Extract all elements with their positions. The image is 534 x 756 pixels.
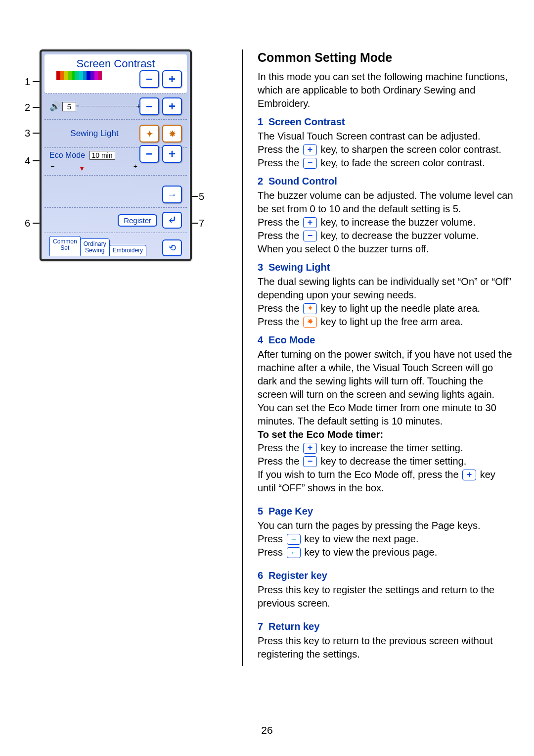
- text: Press: [258, 547, 286, 558]
- section-3-title: 3Sewing Light: [258, 261, 514, 274]
- light-needle-icon: ✦: [303, 303, 317, 314]
- callout-6: 6: [25, 218, 30, 229]
- contrast-plus-button[interactable]: +: [162, 70, 182, 88]
- section-6-body: Press this key to register the settings …: [258, 583, 514, 610]
- tab-ordinary-sewing[interactable]: Ordinary Sewing: [80, 238, 110, 256]
- tab-embroidery[interactable]: Embroidery: [109, 245, 146, 256]
- eco-slider[interactable]: ▼: [55, 167, 133, 168]
- text: After turning on the power switch, if yo…: [258, 349, 512, 400]
- section-title-text: Eco Mode: [268, 334, 315, 345]
- text: The buzzer volume can be adjusted. The v…: [258, 190, 513, 214]
- tab-common-set[interactable]: Common Set: [49, 236, 81, 256]
- section-5-title: 5Page Key: [258, 505, 514, 518]
- tab-row: Common Set Ordinary Sewing Embroidery ⟲: [44, 233, 187, 260]
- section-title-text: Screen Contrast: [268, 116, 345, 127]
- text: When you select 0 the buzzer turns off.: [258, 243, 429, 254]
- text: key, to increase the buzzer volume.: [318, 217, 476, 228]
- text: key to view the previous page.: [302, 547, 438, 558]
- text: key to decrease the timer setting.: [318, 456, 466, 467]
- text: Press the: [258, 157, 302, 168]
- callout-4: 4: [25, 155, 30, 167]
- section-title-text: Return key: [268, 621, 319, 632]
- plus-key-icon: +: [303, 144, 317, 155]
- section-5-body: You can turn the pages by pressing the P…: [258, 519, 514, 559]
- register-button[interactable]: Register: [118, 214, 157, 227]
- section-1-title: 1Screen Contrast: [258, 115, 514, 129]
- eco-marker-icon: ▼: [79, 164, 86, 172]
- section-num: 7: [258, 620, 268, 633]
- light-freearm-button[interactable]: ✵: [162, 125, 182, 142]
- section-7-title: 7Return key: [258, 620, 514, 633]
- section-4-title: 4Eco Mode: [258, 333, 514, 347]
- text: Press the: [258, 442, 302, 453]
- sound-minus-button[interactable]: −: [139, 97, 159, 115]
- callout-2: 2: [25, 102, 30, 113]
- page-key-row: →: [44, 176, 187, 208]
- text: Press the: [258, 456, 302, 467]
- eco-mode-label: Eco Mode: [49, 151, 85, 159]
- light-freearm-icon: ✵: [303, 317, 317, 328]
- sewing-light-row: Sewing Light ✦ ✵: [44, 120, 187, 148]
- text: key to increase the timer setting.: [318, 442, 463, 453]
- minus-key-icon: −: [303, 158, 317, 169]
- callout-3: 3: [25, 128, 30, 139]
- lcd-title: Screen Contrast: [44, 54, 187, 70]
- section-4-body: After turning on the power switch, if yo…: [258, 348, 514, 495]
- contrast-minus-button[interactable]: −: [139, 70, 159, 88]
- section-title-text: Sound Control: [268, 176, 337, 187]
- eco-minus-button[interactable]: −: [139, 145, 159, 163]
- speaker-icon: 🔊: [49, 101, 59, 112]
- register-row: Register ⤶: [44, 208, 187, 233]
- minus-key-icon: −: [303, 456, 317, 467]
- callout-1: 1: [25, 76, 30, 88]
- eco-mode-row: Eco Mode 10 min − + ▼: [44, 148, 187, 176]
- text: Press: [258, 533, 286, 544]
- return-button[interactable]: ⤶: [162, 212, 182, 229]
- section-title-text: Sewing Light: [268, 262, 330, 273]
- text: The Visual Touch Screen contrast can be …: [258, 131, 481, 142]
- page-number: 26: [0, 724, 534, 736]
- text: Press the: [258, 303, 302, 314]
- section-title-text: Register key: [268, 570, 327, 581]
- contrast-row: − +: [44, 70, 187, 94]
- plus-key-icon: +: [303, 443, 317, 454]
- text: key to view the next page.: [302, 533, 419, 544]
- text: Press the: [258, 316, 302, 327]
- light-needle-button[interactable]: ✦: [139, 125, 159, 142]
- sound-plus-button[interactable]: +: [162, 97, 182, 115]
- subhead: To set the Eco Mode timer:: [258, 429, 383, 440]
- section-title-text: Page Key: [268, 506, 313, 517]
- text: You can turn the pages by pressing the P…: [258, 520, 481, 531]
- eco-plus-button[interactable]: +: [162, 145, 182, 163]
- sound-slider[interactable]: [81, 106, 134, 107]
- text: key, to sharpen the screen color contras…: [318, 144, 501, 155]
- section-num: 6: [258, 569, 268, 582]
- intro-text: In this mode you can set the following m…: [258, 70, 514, 110]
- section-num: 1: [258, 115, 268, 129]
- text: key, to decrease the buzzer volume.: [318, 230, 479, 241]
- page-next-button[interactable]: →: [162, 186, 182, 203]
- sewing-light-label: Sewing Light: [49, 129, 139, 139]
- page-prev-icon: [287, 547, 301, 558]
- plus-key-icon: +: [303, 217, 317, 228]
- callout-7: 7: [199, 218, 204, 229]
- page-next-icon: [287, 534, 301, 545]
- section-num: 3: [258, 261, 268, 274]
- section-1-body: The Visual Touch Screen contrast can be …: [258, 130, 514, 170]
- text: key, to fade the screen color contrast.: [318, 157, 485, 168]
- sound-value: 5: [62, 102, 76, 111]
- text: Press the: [258, 217, 302, 228]
- section-2-body: The buzzer volume can be adjusted. The v…: [258, 189, 514, 256]
- color-bar: [56, 71, 102, 80]
- text: If you wish to turn the Eco Mode off, pr…: [258, 469, 461, 480]
- page-heading: Common Setting Mode: [258, 49, 514, 66]
- sound-row: 🔊 5 − +: [44, 94, 187, 120]
- text: The dual sewing lights can be individual…: [258, 276, 511, 300]
- text: key to light up the needle plate area.: [318, 303, 480, 314]
- minus-key-icon: −: [303, 231, 317, 241]
- section-2-title: 2Sound Control: [258, 175, 514, 188]
- home-button[interactable]: ⟲: [162, 239, 182, 256]
- section-num: 4: [258, 333, 268, 347]
- section-7-body: Press this key to return to the previous…: [258, 634, 514, 661]
- section-3-body: The dual sewing lights can be individual…: [258, 275, 514, 329]
